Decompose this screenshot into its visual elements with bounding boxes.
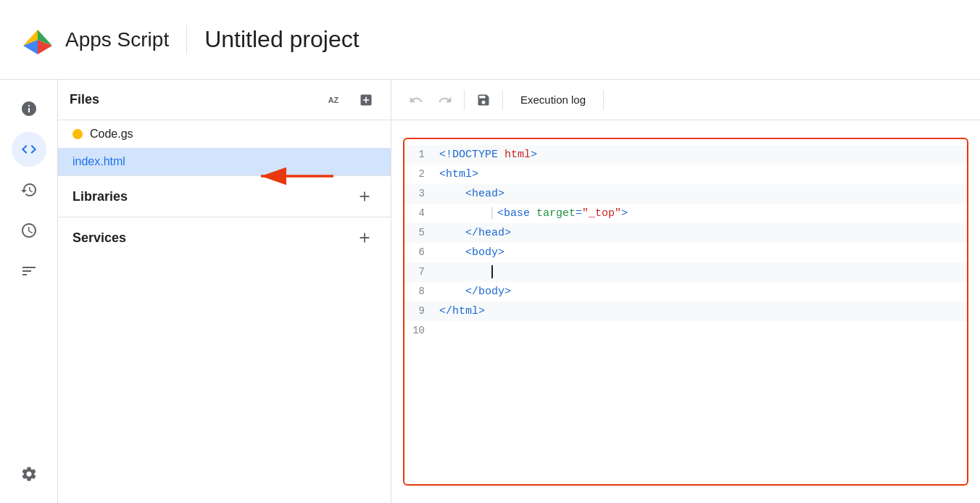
line-number-2: 2 <box>410 165 439 183</box>
info-icon <box>20 100 38 117</box>
app-header: Apps Script Untitled project <box>0 0 980 80</box>
project-title: Untitled project <box>204 26 359 53</box>
file-status-dot <box>72 129 83 139</box>
execution-log-button[interactable]: Execution log <box>509 87 597 113</box>
editor-area: Execution log 1 <!DOCTYPE html> 2 <html> <box>391 80 980 503</box>
line-content-6: <body> <box>439 243 504 262</box>
libraries-label: Libraries <box>72 189 353 204</box>
apps-script-logo <box>17 20 58 60</box>
code-line-1: 1 <!DOCTYPE html> <box>404 145 967 165</box>
code-line-2: 2 <html> <box>404 165 967 184</box>
history-icon <box>20 181 38 199</box>
main-layout: Files AZ Code.gs index.html <box>0 80 980 503</box>
line-number-6: 6 <box>410 244 439 262</box>
sidebar-item-run[interactable] <box>12 254 46 288</box>
sidebar-item-overview[interactable] <box>12 91 46 126</box>
add-file-icon <box>359 93 373 107</box>
undo-icon <box>409 93 423 107</box>
line-content-9: </html> <box>439 302 485 321</box>
line-number-5: 5 <box>410 224 439 242</box>
redo-button[interactable] <box>432 87 458 113</box>
save-icon <box>476 93 491 107</box>
line-number-9: 9 <box>410 302 439 320</box>
line-content-7 <box>439 262 493 282</box>
add-library-button[interactable] <box>353 185 376 208</box>
code-line-9: 9 </html> <box>404 302 967 321</box>
sidebar-item-executions[interactable] <box>12 213 46 248</box>
app-name-label: Apps Script <box>65 28 169 51</box>
sidebar-item-settings[interactable] <box>12 457 46 491</box>
files-panel: Files AZ Code.gs index.html <box>58 80 391 503</box>
file-name-code-gs: Code.gs <box>90 128 133 141</box>
code-line-4: 4 <base target="_top"> <box>404 204 967 223</box>
sidebar-item-triggers[interactable] <box>12 172 46 207</box>
line-number-8: 8 <box>410 283 439 301</box>
settings-icon <box>20 465 38 483</box>
sort-files-button[interactable]: AZ <box>321 87 347 113</box>
services-label: Services <box>72 230 353 246</box>
toolbar-divider-3 <box>603 90 604 110</box>
toolbar-divider-2 <box>502 90 503 110</box>
libraries-section-header[interactable]: Libraries <box>58 175 391 217</box>
line-number-3: 3 <box>410 185 439 203</box>
code-editor-container: 1 <!DOCTYPE html> 2 <html> 3 <head> <box>391 120 980 503</box>
sidebar-icons <box>0 80 58 503</box>
line-content-4: <base target="_top"> <box>439 204 628 223</box>
sidebar-item-editor[interactable] <box>12 132 46 167</box>
redo-icon <box>438 93 452 107</box>
code-line-6: 6 <body> <box>404 243 967 262</box>
file-name-index-html: index.html <box>72 155 125 168</box>
sort-icon: AZ <box>327 93 341 107</box>
file-item-code-gs[interactable]: Code.gs <box>58 120 391 148</box>
code-line-7: 7 <box>404 262 967 282</box>
save-button[interactable] <box>470 87 497 113</box>
toolbar-divider-1 <box>464 90 465 110</box>
line-content-2: <html> <box>439 165 478 184</box>
line-number-7: 7 <box>410 263 439 281</box>
file-item-index-html[interactable]: index.html <box>58 148 391 175</box>
code-line-8: 8 </body> <box>404 282 967 302</box>
undo-button[interactable] <box>403 87 429 113</box>
run-icon <box>20 262 38 280</box>
add-file-button[interactable] <box>353 87 379 113</box>
code-line-5: 5 </head> <box>404 223 967 243</box>
add-library-icon <box>357 188 373 204</box>
line-content-3: <head> <box>439 184 504 204</box>
services-section-header[interactable]: Services <box>58 217 391 258</box>
svg-text:AZ: AZ <box>328 96 339 104</box>
line-number-10: 10 <box>410 322 439 340</box>
code-editor-inner[interactable]: 1 <!DOCTYPE html> 2 <html> 3 <head> <box>403 138 968 486</box>
code-line-3: 3 <head> <box>404 184 967 204</box>
files-title: Files <box>70 92 315 107</box>
editor-toolbar: Execution log <box>391 80 980 120</box>
clock-icon <box>20 222 38 239</box>
line-content-1: <!DOCTYPE html> <box>439 145 537 165</box>
files-list: Code.gs index.html Libraries Services <box>58 120 391 503</box>
line-number-4: 4 <box>410 204 439 223</box>
logo-container: Apps Script <box>17 20 169 60</box>
line-content-5: </head> <box>439 223 511 243</box>
code-line-10: 10 <box>404 321 967 341</box>
files-header: Files AZ <box>58 80 391 120</box>
code-lines: 1 <!DOCTYPE html> 2 <html> 3 <head> <box>404 139 967 346</box>
add-service-button[interactable] <box>353 226 376 249</box>
line-content-10 <box>439 321 446 341</box>
add-service-icon <box>357 230 373 246</box>
header-divider <box>186 25 187 54</box>
line-content-8: </body> <box>439 282 511 302</box>
code-icon <box>20 141 38 158</box>
line-number-1: 1 <box>410 146 439 164</box>
